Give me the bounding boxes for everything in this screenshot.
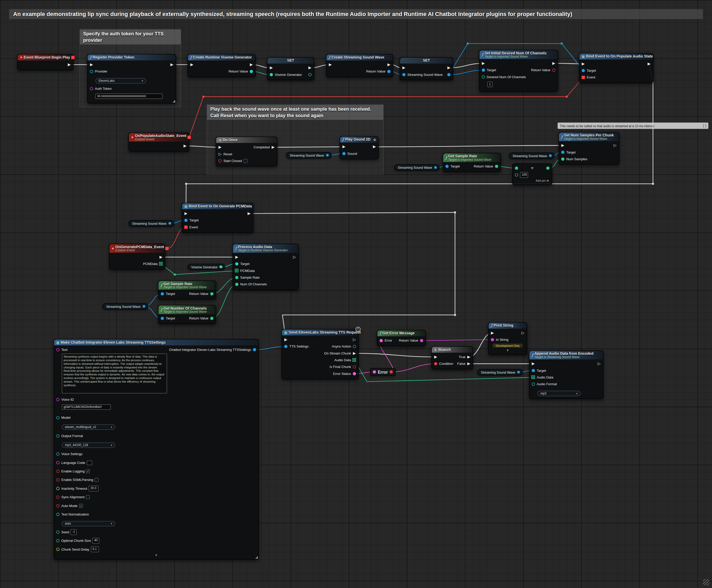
exec_out-pin-icon[interactable]: ▶ <box>447 66 451 70</box>
exec_out-pin-icon[interactable]: ▶ <box>170 63 174 67</box>
audio_data-pin-icon[interactable] <box>352 358 357 362</box>
chunk_send_delay-input[interactable]: 0.1 <box>90 546 99 552</box>
exec_out-pin-icon[interactable]: ▶ <box>387 63 391 67</box>
bind-event-on-generate-pcmdata[interactable]: ▦Bind Event to On Generate PCMData▶▶Targ… <box>182 203 253 233</box>
num_channels-pin-icon[interactable] <box>235 282 239 287</box>
target-pin-icon[interactable] <box>184 218 188 223</box>
enable_logging-pin-icon[interactable] <box>56 469 60 474</box>
auth-token-input-input[interactable]: sk-xxxxxxxxxxxxxxxxxxxxxxxxxxxxx <box>95 93 162 99</box>
pill-ssw-3[interactable]: Streaming Sound Wave <box>509 152 554 159</box>
exec_in-pin-icon[interactable]: ▶ <box>190 63 194 67</box>
node-resize-handle[interactable] <box>255 556 258 559</box>
pill-ssw-1[interactable]: Streaming Sound Wave <box>286 152 331 159</box>
delegate-pin-icon[interactable] <box>188 135 190 139</box>
exec_out-pin-icon[interactable]: ▷ <box>613 144 617 148</box>
reset-pin-icon[interactable]: ▷ <box>218 152 222 156</box>
exec_out-pin-icon[interactable]: ▶ <box>372 145 377 149</box>
auto_mode-pin-icon[interactable] <box>56 504 60 508</box>
error-pill[interactable]: Error <box>370 368 396 376</box>
out-pin-icon[interactable] <box>252 348 257 352</box>
on-populate-audio-state-event[interactable]: ◆OnPopulateAudioState_EventCustom Event▶ <box>128 133 189 152</box>
value_in-pin-icon[interactable] <box>402 72 406 77</box>
target-pin-icon[interactable] <box>581 69 585 73</box>
send-elevenlabs-streaming-tts-request[interactable]: ▦Send ElevenLabs Streaming TTS Request▶▷… <box>282 329 359 379</box>
condition-pin-icon[interactable] <box>434 362 438 366</box>
enable_logging-checkbox[interactable]: ✓ <box>86 469 90 474</box>
model-select-select[interactable]: eleven_multilingual_v2▾ <box>62 424 116 429</box>
voice_id-pin-icon[interactable] <box>56 398 60 402</box>
provider-pin-icon[interactable] <box>89 69 94 74</box>
exec_out-pin-icon[interactable]: ▷ <box>521 331 525 335</box>
voice-id-input-input[interactable]: gOkFV1JMCt0G0n9xmBwV <box>62 404 111 410</box>
error_status-pin-icon[interactable] <box>352 372 357 376</box>
optimal_chunk_size-input[interactable]: 40 <box>93 538 100 544</box>
in-pin-icon[interactable] <box>372 370 377 374</box>
exec_in-pin-icon[interactable]: ▶ <box>561 144 565 148</box>
target-pin-icon[interactable] <box>160 292 164 296</box>
create-runtime-viseme-generator[interactable]: ƒCreate Runtime Viseme Generator▶▶Return… <box>187 54 256 77</box>
delegate-pin-icon[interactable] <box>72 56 74 60</box>
auto_mode-checkbox[interactable]: ✓ <box>79 504 83 508</box>
seed-input[interactable]: -1 <box>70 529 77 535</box>
print-string[interactable]: ƒPrint String▶▷In StringDevelopment Only… <box>488 322 527 355</box>
sync_alignment-pin-icon[interactable] <box>56 495 60 499</box>
text-normalization-select-select[interactable]: auto▾ <box>62 521 116 526</box>
out-pin-icon[interactable] <box>389 370 393 374</box>
event-pin-icon[interactable] <box>184 225 188 229</box>
exec_in-pin-icon[interactable]: ▶ <box>531 362 535 366</box>
return-pin-icon[interactable] <box>210 292 214 296</box>
play-sound-2d[interactable]: ƒPlay Sound 2D▦▶▶Sound <box>340 136 379 160</box>
bind-event-on-populate-audio-state[interactable]: ▦Bind Event to On Populate Audio State▶▶… <box>579 53 653 83</box>
in_string-pin-icon[interactable] <box>490 338 495 342</box>
b-input[interactable]: 100 <box>520 172 528 178</box>
get-sample-rate-2[interactable]: ƒGet Sample RateTarget is Imported Sound… <box>158 280 216 299</box>
exec_out-pin-icon[interactable]: ▶ <box>183 144 187 148</box>
chevron-down-icon[interactable]: ∨ <box>489 348 527 353</box>
pill-ssw-5[interactable]: Streaming Sound Wave <box>103 303 148 310</box>
target-pin-icon[interactable] <box>445 164 449 168</box>
on_stream_chunk-pin-icon[interactable]: ▶ <box>352 351 357 355</box>
optimal_chunk_size-pin-icon[interactable] <box>56 539 60 543</box>
start_closed-checkbox[interactable] <box>243 159 247 163</box>
enable_ssml_parsing-checkbox[interactable] <box>95 478 99 482</box>
audio_data-pin-icon[interactable] <box>531 375 535 380</box>
false-pin-icon[interactable]: ▶ <box>467 362 471 366</box>
num_samples-pin-icon[interactable] <box>561 157 565 161</box>
create-streaming-sound-wave[interactable]: ƒCreate Streaming Sound Wave▶▶Return Val… <box>326 54 393 77</box>
enable_ssml_parsing-pin-icon[interactable] <box>56 478 60 482</box>
get-number-of-channels[interactable]: ƒGet Number Of ChannelsTarget is Importe… <box>158 305 216 324</box>
target-pin-icon[interactable] <box>531 369 535 373</box>
text-input-textarea[interactable]: Streaming synthesis output begins with a… <box>62 354 167 394</box>
out-pin-icon[interactable] <box>516 370 521 374</box>
exec_in-pin-icon[interactable]: ▶ <box>434 355 438 359</box>
chevron-up-icon[interactable]: ∧ <box>54 553 259 557</box>
set-streaming-sound-wave[interactable]: SET▶▶Streaming Sound Wave <box>400 57 453 81</box>
sample_rate-pin-icon[interactable] <box>235 276 239 280</box>
exec_in-pin-icon[interactable]: ▶ <box>235 255 239 259</box>
pill-ssw-4[interactable]: Streaming Sound Wave <box>128 220 174 227</box>
pill-viseme[interactable]: Viseme Generator <box>187 264 225 270</box>
exec_out-pin-icon[interactable]: ▶ <box>159 255 163 259</box>
model-pin-icon[interactable] <box>56 416 60 420</box>
audio-format-select-select[interactable]: mp3▾ <box>537 391 581 396</box>
pill-ssw-6[interactable]: Streaming Sound Wave <box>477 369 523 375</box>
exec_in-pin-icon[interactable]: ▶ <box>342 145 346 149</box>
out-pin-icon[interactable] <box>326 153 330 158</box>
value_in-pin-icon[interactable] <box>269 72 273 77</box>
b-pin-icon[interactable] <box>514 173 518 177</box>
get-error-message[interactable]: ƒGet Error MessageErrorReturn Value <box>377 330 426 346</box>
set-num-samples-per-chunk[interactable]: ƒSet Num Samples Per ChunkTarget is Impo… <box>558 132 619 165</box>
language_code-input[interactable] <box>86 460 92 465</box>
event-pin-icon[interactable] <box>581 75 585 80</box>
target-pin-icon[interactable] <box>160 316 164 320</box>
pill-ssw-2[interactable]: Streaming Sound Wave <box>394 164 440 171</box>
exec_out-pin-icon[interactable]: ▷ <box>597 362 601 366</box>
exec_in-pin-icon[interactable]: ▶ <box>328 63 332 67</box>
exec_in-pin-icon[interactable]: ▶ <box>218 145 222 149</box>
out-pin-icon[interactable] <box>142 304 146 308</box>
inactivity_timeout-input[interactable]: 20.0 <box>88 486 99 491</box>
provider-select-select[interactable]: ElevenLabs▾ <box>95 78 146 83</box>
exec_in-pin-icon[interactable]: ▶ <box>402 66 406 70</box>
sound-pin-icon[interactable] <box>342 151 346 155</box>
out-pin-icon[interactable] <box>433 165 438 169</box>
